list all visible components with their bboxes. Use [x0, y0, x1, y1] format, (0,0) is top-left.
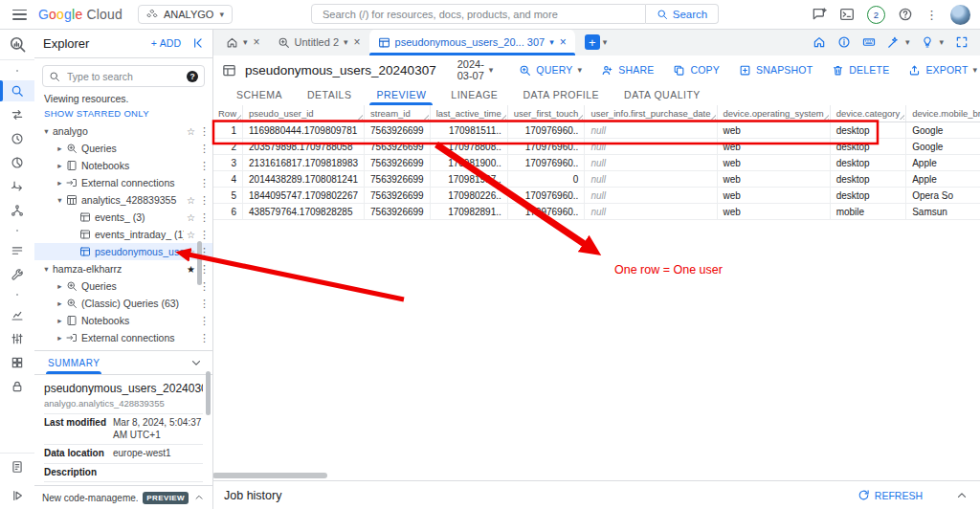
- chevron-right-icon[interactable]: ▸: [54, 144, 66, 153]
- close-icon[interactable]: ×: [560, 35, 567, 49]
- star-icon[interactable]: ☆: [184, 212, 198, 223]
- rail-item-search[interactable]: [0, 80, 34, 101]
- star-icon[interactable]: ☆: [184, 126, 198, 137]
- table-date-selector[interactable]: 2024-03-07 ▾: [457, 58, 494, 81]
- help-icon[interactable]: ?: [187, 71, 198, 82]
- info-icon[interactable]: [837, 35, 851, 49]
- chevron-down-icon[interactable]: [189, 356, 203, 369]
- rail-item-equalizer[interactable]: [0, 328, 34, 349]
- chevron-right-icon[interactable]: ▸: [54, 299, 66, 308]
- tree-item[interactable]: ▸(Classic) Queries (63)⋮: [34, 295, 212, 312]
- chevron-down-icon[interactable]: ▾: [344, 38, 348, 47]
- tree-item[interactable]: events_ (3)☆⋮: [34, 209, 212, 226]
- chevron-up-icon[interactable]: [193, 492, 205, 503]
- table-row[interactable]: 11169880444.1709809781756392669917098151…: [212, 122, 980, 139]
- google-cloud-logo[interactable]: Google Cloud: [38, 7, 122, 22]
- bigquery-logo-icon[interactable]: [9, 35, 27, 54]
- column-header[interactable]: device.category: [830, 105, 906, 122]
- search-field[interactable]: [311, 4, 646, 24]
- chevron-down-icon[interactable]: ▾: [54, 195, 66, 205]
- rail-item-swap[interactable]: [0, 104, 34, 125]
- rail-item-orgtree[interactable]: [0, 200, 34, 221]
- rail-item-merge[interactable]: [0, 176, 34, 197]
- column-header[interactable]: user_info.first_purchase_date: [585, 105, 717, 122]
- column-header[interactable]: device.operating_system: [717, 105, 830, 122]
- column-header[interactable]: device.mobile_brand_name: [906, 105, 980, 122]
- chevron-down-icon[interactable]: ▾: [40, 126, 53, 136]
- table-row[interactable]: 32131616817.1709818983756392669917098190…: [212, 155, 980, 171]
- more-options-icon[interactable]: ⋮: [198, 349, 211, 351]
- tree-scrollbar[interactable]: [197, 241, 202, 285]
- rail-item-chartline[interactable]: [0, 304, 34, 325]
- footer-announcement[interactable]: New code-manageme...: [42, 493, 138, 503]
- tab-summary[interactable]: SUMMARY: [48, 351, 100, 374]
- explorer-search-box[interactable]: ?: [42, 65, 205, 87]
- more-options-icon[interactable]: ⋮: [198, 211, 211, 224]
- delete-button[interactable]: DELETE: [823, 58, 898, 81]
- close-icon[interactable]: ×: [354, 35, 361, 49]
- wand-icon[interactable]: [887, 35, 901, 49]
- tree-item[interactable]: ▸Queries⋮: [34, 140, 212, 157]
- column-header[interactable]: pseudo_user_id: [243, 105, 365, 122]
- project-selector[interactable]: ANALYGO ▾: [138, 5, 233, 24]
- rail-item-pie[interactable]: [0, 152, 34, 173]
- tab-preview[interactable]: PREVIEW: [364, 84, 438, 105]
- chevron-right-icon[interactable]: ▸: [54, 333, 66, 343]
- table-row[interactable]: 2203579898.17097880587563926699170978808…: [212, 139, 980, 155]
- more-options-icon[interactable]: ⋮: [198, 125, 211, 138]
- rail-item-docnote[interactable]: [0, 459, 34, 475]
- more-options-icon[interactable]: ⋮: [198, 315, 211, 327]
- star-icon[interactable]: ★: [184, 264, 198, 275]
- tab-lineage[interactable]: LINEAGE: [438, 84, 510, 105]
- more-options-icon[interactable]: ⋮: [198, 177, 211, 189]
- column-header[interactable]: user_first_touch: [507, 105, 585, 122]
- star-icon[interactable]: ☆: [184, 230, 198, 240]
- house-icon[interactable]: [813, 35, 826, 49]
- more-options-icon[interactable]: ⋮: [198, 194, 211, 207]
- more-options-icon[interactable]: ⋮: [198, 229, 211, 241]
- close-icon[interactable]: ×: [254, 35, 260, 49]
- rail-item-gridbi[interactable]: [0, 352, 34, 373]
- tab-details[interactable]: DETAILS: [295, 84, 364, 105]
- rail-item-list[interactable]: [0, 240, 34, 261]
- column-header[interactable]: last_active_time: [430, 105, 507, 122]
- star-icon[interactable]: ☆: [184, 350, 198, 351]
- help-icon[interactable]: [898, 7, 913, 22]
- rail-item-lock[interactable]: [0, 376, 34, 397]
- chevron-down-icon[interactable]: ▾: [939, 38, 944, 47]
- cloud-shell-icon[interactable]: [839, 7, 855, 22]
- feedback-icon[interactable]: [812, 7, 827, 22]
- collapse-panel-icon[interactable]: [190, 36, 204, 50]
- more-options-icon[interactable]: ⋮: [198, 160, 211, 172]
- chevron-down-icon[interactable]: ▾: [40, 264, 53, 274]
- share-button[interactable]: SHARE: [592, 58, 662, 81]
- query-button[interactable]: QUERY▾: [510, 58, 590, 81]
- tree-item[interactable]: ▾analytics_428839355☆⋮: [34, 191, 212, 209]
- summary-scrollbar[interactable]: [206, 371, 211, 415]
- chevron-right-icon[interactable]: ▸: [54, 281, 66, 291]
- chevron-right-icon[interactable]: ▸: [54, 178, 66, 188]
- search-button[interactable]: Search: [646, 4, 719, 24]
- tree-item[interactable]: ▸analytics_...☆⋮: [34, 346, 212, 350]
- table-row[interactable]: 51844095747.1709802267756392669917098022…: [212, 188, 980, 204]
- tab-schema[interactable]: SCHEMA: [224, 84, 295, 105]
- tab-data-quality[interactable]: DATA QUALITY: [612, 84, 713, 105]
- show-starred-only-link[interactable]: SHOW STARRED ONLY: [34, 104, 212, 121]
- more-options-icon[interactable]: ⋮: [198, 332, 211, 344]
- horizontal-scrollbar[interactable]: [212, 473, 327, 478]
- rail-item-clock[interactable]: [0, 128, 34, 149]
- tree-item[interactable]: ▸External connections⋮: [34, 174, 212, 191]
- job-history-refresh-button[interactable]: REFRESH: [858, 489, 923, 501]
- chevron-up-icon[interactable]: [955, 489, 969, 502]
- main-menu-icon[interactable]: [12, 10, 27, 20]
- tree-item[interactable]: ▸Queries⋮: [34, 277, 212, 295]
- keyboard-icon[interactable]: [862, 35, 876, 49]
- column-header[interactable]: stream_id: [365, 105, 431, 122]
- table-row[interactable]: 42014438289.1708081241756392669917098198…: [212, 171, 980, 188]
- tree-item[interactable]: ▸Notebooks⋮: [34, 312, 212, 329]
- more-options-icon[interactable]: ⋮: [198, 143, 211, 155]
- editor-tab-untitled-2[interactable]: Untitled 2▾×: [269, 29, 369, 55]
- search-input[interactable]: [321, 8, 636, 21]
- chevron-down-icon[interactable]: ▾: [243, 38, 248, 47]
- export-button[interactable]: EXPORT▾: [900, 58, 980, 81]
